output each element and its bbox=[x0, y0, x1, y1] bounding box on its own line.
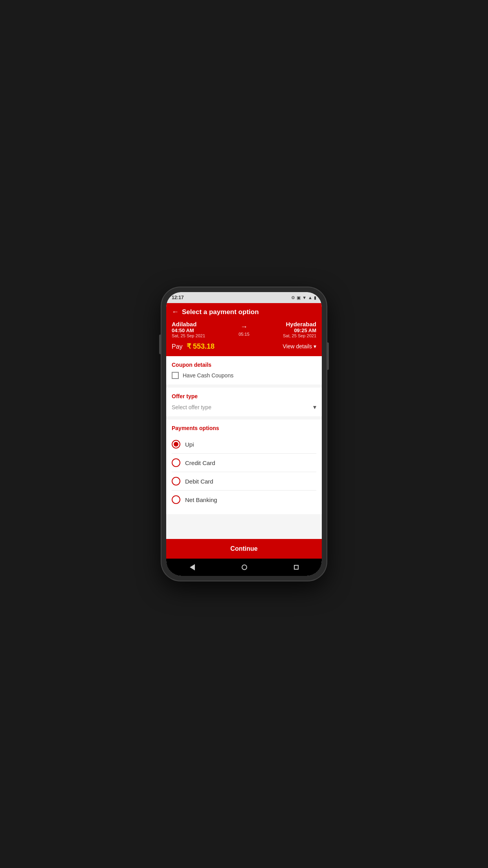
radio-debit-card[interactable] bbox=[172, 477, 180, 485]
back-button[interactable]: ← bbox=[172, 308, 179, 316]
coupon-section: Coupon details Have Cash Coupons bbox=[166, 356, 322, 384]
recents-nav-icon bbox=[294, 565, 299, 570]
origin-date: Sat, 25 Sep 2021 bbox=[172, 333, 205, 338]
view-details-button[interactable]: View details ▾ bbox=[283, 343, 316, 349]
pay-amount: ₹ 553.18 bbox=[187, 342, 215, 350]
back-nav-icon bbox=[190, 564, 195, 570]
home-nav-button[interactable] bbox=[242, 565, 247, 570]
sim-icon: ▣ bbox=[297, 295, 301, 300]
nav-bar bbox=[166, 559, 322, 576]
payment-options-title: Payments options bbox=[172, 425, 316, 431]
pay-info: Pay ₹ 553.18 bbox=[172, 342, 215, 351]
payment-label-debit-card: Debit Card bbox=[185, 478, 213, 485]
payment-label-net-banking: Net Banking bbox=[185, 497, 217, 503]
status-time: 12:17 bbox=[172, 295, 184, 300]
phone-inner: 12:17 ⚙ ▣ ▼ ▲ ▮ ← Select a payment optio… bbox=[166, 292, 322, 576]
dest-city: Hyderabad bbox=[283, 321, 316, 327]
pay-row: Pay ₹ 553.18 View details ▾ bbox=[172, 342, 316, 351]
payment-option-debit-card[interactable]: Debit Card bbox=[172, 472, 316, 491]
coupon-section-title: Coupon details bbox=[172, 362, 316, 368]
duration-text: 05:15 bbox=[238, 332, 250, 337]
header-nav: ← Select a payment option bbox=[172, 308, 316, 316]
route-info: Adilabad 04:50 AM Sat, 25 Sep 2021 → 05:… bbox=[172, 321, 316, 338]
radio-upi-inner bbox=[174, 442, 178, 447]
radio-upi[interactable] bbox=[172, 440, 180, 449]
dest-time: 09:25 AM bbox=[283, 327, 316, 333]
recents-nav-button[interactable] bbox=[294, 565, 299, 570]
home-nav-icon bbox=[242, 565, 247, 570]
payment-option-credit-card[interactable]: Credit Card bbox=[172, 454, 316, 472]
origin-time: 04:50 AM bbox=[172, 327, 205, 333]
route-arrow-icon: → bbox=[240, 323, 248, 331]
offer-type-chevron-icon: ▾ bbox=[313, 403, 316, 411]
route-origin: Adilabad 04:50 AM Sat, 25 Sep 2021 bbox=[172, 321, 205, 338]
content-area[interactable]: Coupon details Have Cash Coupons Offer t… bbox=[166, 356, 322, 539]
pay-label: Pay bbox=[172, 343, 183, 350]
cash-coupons-checkbox[interactable] bbox=[172, 372, 179, 379]
dest-date: Sat, 25 Sep 2021 bbox=[283, 333, 316, 338]
page-title: Select a payment option bbox=[182, 308, 259, 316]
payment-options-section: Payments options Upi Credit Card bbox=[166, 419, 322, 514]
continue-button[interactable]: Continue bbox=[166, 539, 322, 559]
payment-label-credit-card: Credit Card bbox=[185, 460, 215, 466]
chevron-down-icon: ▾ bbox=[314, 343, 316, 349]
status-icons: ⚙ ▣ ▼ ▲ ▮ bbox=[291, 295, 316, 300]
offer-type-title: Offer type bbox=[172, 393, 316, 399]
offer-type-placeholder: Select offer type bbox=[172, 404, 211, 410]
route-destination: Hyderabad 09:25 AM Sat, 25 Sep 2021 bbox=[283, 321, 316, 338]
signal-icon: ▲ bbox=[308, 295, 312, 300]
origin-city: Adilabad bbox=[172, 321, 205, 327]
radio-net-banking[interactable] bbox=[172, 495, 180, 504]
offer-type-dropdown[interactable]: Select offer type ▾ bbox=[172, 403, 316, 411]
app-header: ← Select a payment option Adilabad 04:50… bbox=[166, 303, 322, 356]
payment-label-upi: Upi bbox=[185, 441, 194, 448]
offer-type-section: Offer type Select offer type ▾ bbox=[166, 388, 322, 416]
payment-option-upi[interactable]: Upi bbox=[172, 435, 316, 454]
view-details-label: View details bbox=[283, 343, 312, 349]
payment-option-net-banking[interactable]: Net Banking bbox=[172, 491, 316, 509]
screen: 12:17 ⚙ ▣ ▼ ▲ ▮ ← Select a payment optio… bbox=[166, 292, 322, 576]
wifi-icon: ▼ bbox=[302, 295, 306, 300]
back-nav-button[interactable] bbox=[190, 564, 195, 570]
route-arrow-container: → 05:15 bbox=[238, 323, 250, 337]
coupon-checkbox-row[interactable]: Have Cash Coupons bbox=[172, 372, 316, 379]
cash-coupons-label: Have Cash Coupons bbox=[183, 372, 233, 379]
status-bar: 12:17 ⚙ ▣ ▼ ▲ ▮ bbox=[166, 292, 322, 303]
gear-icon: ⚙ bbox=[291, 295, 295, 300]
radio-credit-card[interactable] bbox=[172, 458, 180, 467]
phone-frame: 12:17 ⚙ ▣ ▼ ▲ ▮ ← Select a payment optio… bbox=[161, 287, 327, 581]
battery-icon: ▮ bbox=[314, 295, 316, 300]
